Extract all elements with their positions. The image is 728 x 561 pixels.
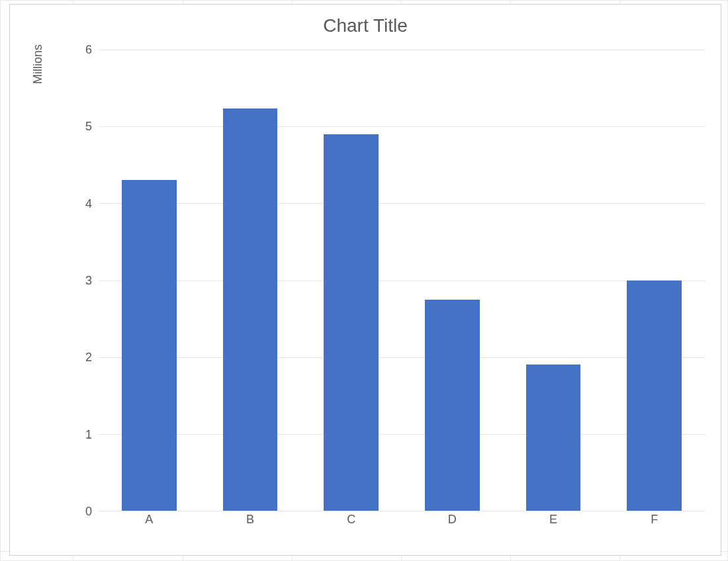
x-tick-label: C [300, 513, 402, 530]
chart-container[interactable]: Chart Title Millions 0123456 ABCDEF [9, 4, 721, 556]
bars-group[interactable] [99, 50, 705, 511]
bar[interactable] [425, 300, 479, 511]
bar[interactable] [324, 134, 378, 511]
x-tick-label: D [402, 513, 503, 530]
gridline [99, 511, 705, 511]
y-tick-label: 2 [56, 351, 92, 365]
bar[interactable] [223, 108, 277, 511]
bar-slot [200, 50, 301, 511]
x-tick-label: E [503, 513, 604, 530]
x-tick-label: A [99, 513, 200, 530]
bar-slot [503, 50, 604, 511]
y-tick-label: 5 [56, 120, 92, 134]
bar-slot [604, 50, 705, 511]
x-tick-label: B [200, 513, 301, 530]
chart-title[interactable]: Chart Title [10, 15, 721, 36]
y-tick-label: 6 [56, 43, 92, 57]
bar[interactable] [627, 280, 681, 511]
y-tick-label: 0 [56, 505, 92, 519]
y-axis-unit-label[interactable]: Millions [31, 44, 45, 84]
y-tick-label: 1 [56, 427, 92, 441]
plot-wrapper: 0123456 ABCDEF [56, 50, 705, 530]
bar[interactable] [122, 180, 176, 511]
x-axis[interactable]: ABCDEF [99, 513, 705, 530]
y-tick-label: 4 [56, 196, 92, 210]
bar-slot [402, 50, 503, 511]
x-tick-label: F [604, 513, 705, 530]
y-tick-label: 3 [56, 274, 92, 288]
bar-slot [300, 50, 402, 511]
bar[interactable] [526, 365, 580, 511]
plot-area[interactable] [99, 50, 705, 511]
bar-slot [99, 50, 200, 511]
